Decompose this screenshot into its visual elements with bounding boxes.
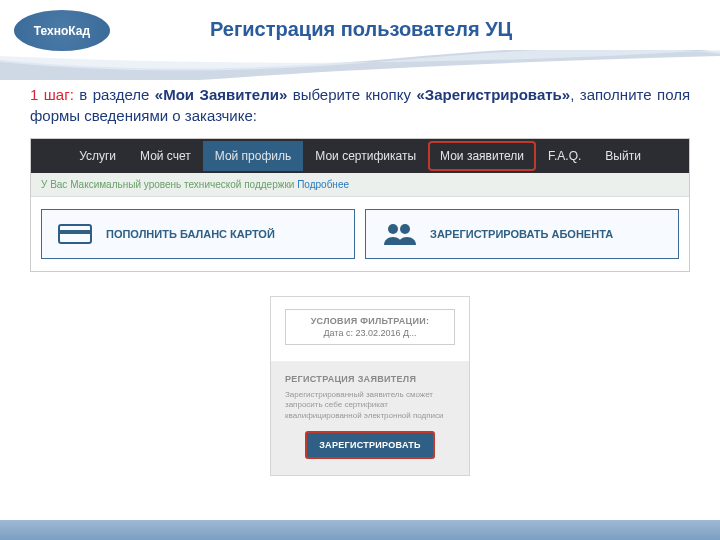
brand-text: ТехноКад: [34, 24, 90, 38]
topup-balance-button[interactable]: ПОПОЛНИТЬ БАЛАНС КАРТОЙ: [41, 209, 355, 259]
nav-faq[interactable]: F.A.Q.: [536, 141, 593, 171]
nav-certs[interactable]: Мои сертификаты: [303, 141, 428, 171]
nav-profile[interactable]: Мой профиль: [203, 141, 304, 171]
registration-block: РЕГИСТРАЦИЯ ЗАЯВИТЕЛЯ Зарегистрированный…: [271, 362, 469, 475]
action-buttons-row: ПОПОЛНИТЬ БАЛАНС КАРТОЙ ЗАРЕГИСТРИРОВАТЬ…: [31, 197, 689, 271]
filter-title: УСЛОВИЯ ФИЛЬТРАЦИИ:: [294, 316, 446, 326]
svg-rect-1: [59, 230, 91, 234]
filter-box[interactable]: УСЛОВИЯ ФИЛЬТРАЦИИ: Дата с: 23.02.2016 Д…: [285, 309, 455, 345]
nav-exit[interactable]: Выйти: [593, 141, 653, 171]
register-button[interactable]: ЗАРЕГИСТРИРОВАТЬ: [305, 431, 435, 459]
nav-services[interactable]: Услуги: [67, 141, 128, 171]
nav-account[interactable]: Мой счет: [128, 141, 203, 171]
screenshot-top: Услуги Мой счет Мой профиль Мои сертифик…: [30, 138, 690, 272]
registration-desc: Зарегистрированный заявитель сможет запр…: [285, 390, 455, 421]
credit-card-icon: [58, 220, 92, 248]
step-label: 1 шаг:: [30, 86, 74, 103]
filter-date: Дата с: 23.02.2016 Д...: [294, 328, 446, 338]
register-sub-label: ЗАРЕГИСТРИРОВАТЬ АБОНЕНТА: [430, 228, 613, 240]
users-icon: [382, 220, 416, 248]
brand-logo: ТехноКад: [12, 8, 112, 53]
footer-band: [0, 520, 720, 540]
page-title: Регистрация пользователя УЦ: [210, 18, 512, 41]
svg-point-2: [388, 224, 398, 234]
notice-more-link[interactable]: Подробнее: [297, 179, 349, 190]
support-notice: У Вас Максимальный уровень технической п…: [31, 173, 689, 197]
registration-title: РЕГИСТРАЦИЯ ЗАЯВИТЕЛЯ: [285, 374, 455, 384]
header-swoosh: [0, 50, 720, 80]
svg-point-3: [400, 224, 410, 234]
nav-applicants[interactable]: Мои заявители: [428, 141, 536, 171]
top-nav: Услуги Мой счет Мой профиль Мои сертифик…: [31, 139, 689, 173]
instruction-text: 1 шаг: в разделе «Мои Заявители» выберит…: [30, 84, 690, 126]
filter-block: УСЛОВИЯ ФИЛЬТРАЦИИ: Дата с: 23.02.2016 Д…: [271, 297, 469, 362]
topup-label: ПОПОЛНИТЬ БАЛАНС КАРТОЙ: [106, 228, 275, 240]
register-subscriber-button[interactable]: ЗАРЕГИСТРИРОВАТЬ АБОНЕНТА: [365, 209, 679, 259]
screenshot-side-panel: УСЛОВИЯ ФИЛЬТРАЦИИ: Дата с: 23.02.2016 Д…: [270, 296, 470, 476]
